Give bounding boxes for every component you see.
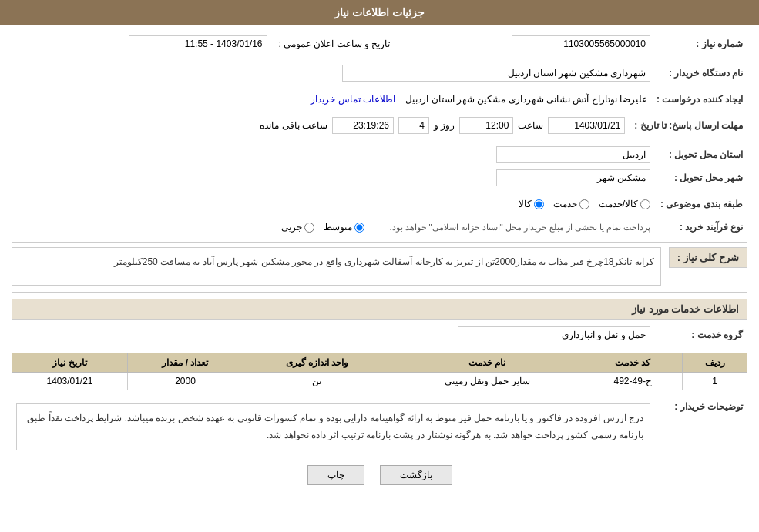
- process-value-cell: پرداخت تمام یا بخشی از مبلغ خریدار محل "…: [12, 219, 655, 236]
- buyer-note-value-cell: درج ارزش افزوده در فاکتور و یا بارنامه ح…: [12, 396, 655, 453]
- need-description-box: کرایه تانکر18چرخ فیر مذاب به مقدار2000تن…: [12, 247, 661, 286]
- info-table-3: ایجاد کننده درخواست : علیرضا نوتاراج آتش…: [12, 91, 747, 108]
- print-button[interactable]: چاپ: [307, 465, 364, 485]
- process-label: نوع فرآیند خرید :: [655, 219, 747, 236]
- process-radio-motavasset[interactable]: [354, 223, 364, 233]
- info-table-4: مهلت ارسال پاسخ: تا تاریخ : ساعت روز و س…: [12, 114, 747, 137]
- category-label-kala-khedmat: کالا/خدمت: [599, 199, 638, 209]
- col-header-row: ردیف: [683, 353, 747, 373]
- buyer-note-text: درج ارزش افزوده در فاکتور و یا بارنامه ح…: [16, 403, 650, 450]
- deadline-row-cell: ساعت روز و ساعت باقی مانده: [12, 114, 630, 137]
- services-table: ردیف کد خدمت نام خدمت واحد اندازه گیری ت…: [12, 353, 747, 390]
- col-header-date: تاریخ نیاز: [12, 353, 128, 373]
- process-label-motavasset: متوسط: [324, 222, 352, 233]
- category-option-kala[interactable]: کالا: [519, 199, 544, 209]
- requester-value-text: علیرضا نوتاراج آتش نشانی شهرداری مشکین ش…: [405, 94, 647, 105]
- col-header-unit: واحد اندازه گیری: [243, 353, 391, 373]
- cell-date: 1403/01/21: [12, 373, 128, 390]
- need-desc-title: شرح کلی نیاز :: [669, 247, 747, 268]
- info-table-6: طبقه بندی موضوعی : کالا/خدمت خدمت: [12, 196, 747, 212]
- service-group-label: گروه خدمت :: [655, 323, 747, 346]
- need-number-input[interactable]: [512, 35, 650, 52]
- province-value-cell: [12, 143, 655, 166]
- col-header-qty: تعداد / مقدار: [128, 353, 243, 373]
- process-radio-group: پرداخت تمام یا بخشی از مبلغ خریدار محل "…: [16, 222, 650, 233]
- category-value-cell: کالا/خدمت خدمت کالا: [12, 196, 655, 212]
- category-label: طبقه بندی موضوعی :: [655, 196, 747, 212]
- deadline-time-label: ساعت: [518, 120, 543, 131]
- deadline-remaining-input[interactable]: [332, 117, 394, 134]
- buyer-note-table: توضیحات خریدار : درج ارزش افزوده در فاکت…: [12, 396, 747, 453]
- info-table-2: نام دستگاه خریدار :: [12, 62, 747, 85]
- announce-value-cell: [12, 32, 272, 55]
- deadline-label: مهلت ارسال پاسخ: تا تاریخ :: [630, 114, 747, 137]
- need-description-row: شرح کلی نیاز : کرایه تانکر18چرخ فیر مذاب…: [12, 247, 747, 286]
- buyer-note-label: توضیحات خریدار :: [655, 396, 747, 453]
- process-note-text: پرداخت تمام یا بخشی از مبلغ خریدار محل "…: [389, 223, 650, 233]
- deadline-days-input[interactable]: [398, 117, 429, 134]
- deadline-date-input[interactable]: [548, 117, 625, 134]
- province-label: استان محل تحویل :: [655, 143, 747, 166]
- requester-label: ایجاد کننده درخواست :: [652, 91, 747, 108]
- deadline-remaining-label: ساعت باقی مانده: [260, 120, 327, 131]
- services-section-title: اطلاعات خدمات مورد نیاز: [12, 299, 747, 320]
- header-bar: جزئیات اطلاعات نیاز: [0, 0, 759, 25]
- category-label-kala: کالا: [519, 199, 532, 209]
- page-wrapper: جزئیات اطلاعات نیاز شماره نیاز : تاریخ و…: [0, 0, 759, 532]
- process-label-jozi: جزیی: [281, 222, 302, 233]
- category-radio-kala-khedmat[interactable]: [640, 199, 650, 209]
- city-label: شهر محل تحویل :: [655, 166, 747, 189]
- city-input[interactable]: [496, 169, 650, 186]
- info-table-1: شماره نیاز : تاریخ و ساعت اعلان عمومی :: [12, 32, 747, 55]
- buyer-org-input[interactable]: [342, 65, 650, 82]
- cell-unit: تن: [243, 373, 391, 390]
- col-header-name: نام خدمت: [391, 353, 583, 373]
- buttons-row: بازگشت چاپ: [12, 465, 747, 485]
- info-table-7: نوع فرآیند خرید : پرداخت تمام یا بخشی از…: [12, 219, 747, 236]
- buyer-org-label: نام دستگاه خریدار :: [655, 62, 747, 85]
- requester-value-cell: علیرضا نوتاراج آتش نشانی شهرداری مشکین ش…: [12, 91, 652, 108]
- category-label-khedmat: خدمت: [553, 199, 577, 209]
- process-option-jozi[interactable]: جزیی: [281, 222, 314, 233]
- province-input[interactable]: [496, 146, 650, 163]
- process-option-motavasset[interactable]: متوسط: [324, 222, 364, 233]
- category-option-kala-khedmat[interactable]: کالا/خدمت: [599, 199, 650, 209]
- table-row: 1ح-49-492سایر حمل ونقل زمینیتن20001403/0…: [12, 373, 747, 390]
- divider-1: [12, 242, 747, 243]
- col-header-code: کد خدمت: [583, 353, 683, 373]
- deadline-date-row: ساعت روز و ساعت باقی مانده: [16, 117, 625, 134]
- buyer-org-value-cell: [12, 62, 655, 85]
- cell-row: 1: [683, 373, 747, 390]
- back-button[interactable]: بازگشت: [380, 465, 452, 485]
- category-option-khedmat[interactable]: خدمت: [553, 199, 589, 209]
- contact-link[interactable]: اطلاعات تماس خریدار: [311, 94, 395, 105]
- divider-2: [12, 292, 747, 293]
- need-number-label: شماره نیاز :: [655, 32, 747, 55]
- main-content: شماره نیاز : تاریخ و ساعت اعلان عمومی : …: [0, 25, 759, 500]
- info-table-5: استان محل تحویل : شهر محل تحویل :: [12, 143, 747, 189]
- category-radio-kala[interactable]: [534, 199, 544, 209]
- category-radio-group: کالا/خدمت خدمت کالا: [16, 199, 650, 209]
- service-group-input[interactable]: [458, 326, 650, 343]
- service-group-table: گروه خدمت :: [12, 323, 747, 346]
- category-radio-khedmat[interactable]: [579, 199, 589, 209]
- deadline-days-label: روز و: [434, 120, 455, 131]
- announce-value-input[interactable]: [129, 35, 267, 52]
- deadline-time-input[interactable]: [459, 117, 513, 134]
- header-title: جزئیات اطلاعات نیاز: [334, 6, 425, 18]
- city-value-cell: [12, 166, 655, 189]
- process-radio-jozi[interactable]: [304, 223, 314, 233]
- cell-name: سایر حمل ونقل زمینی: [391, 373, 583, 390]
- need-number-value-cell: [395, 32, 656, 55]
- cell-code: ح-49-492: [583, 373, 683, 390]
- cell-quantity: 2000: [128, 373, 243, 390]
- announce-label: تاریخ و ساعت اعلان عمومی :: [272, 32, 395, 55]
- service-group-value-cell: [12, 323, 655, 346]
